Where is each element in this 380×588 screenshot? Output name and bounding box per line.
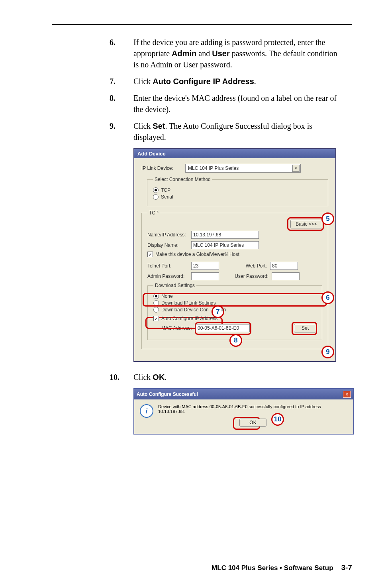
step-9: 9. Click Set. The Auto Configure Success… [52, 120, 352, 143]
step-7: 7. Click Auto Configure IP Address. [52, 76, 352, 87]
web-port-label: Web Port: [239, 263, 270, 269]
basic-button[interactable]: Basic <<< [290, 220, 322, 228]
download-settings-fieldset: Download Settings None Download IPLink S… [147, 283, 322, 340]
admin-pwd-input[interactable] [191, 272, 219, 280]
step-number: 9. [52, 120, 133, 143]
iplink-device-combo[interactable]: MLC 104 IP Plus Series [185, 164, 301, 173]
tcp-legend: TCP [147, 210, 160, 216]
radio-icon [153, 307, 159, 313]
success-title-bar: Auto Configure Successful × [134, 389, 353, 399]
ok-button[interactable]: OK [239, 419, 266, 427]
display-name-value: MLC 104 IP Plus Series [193, 242, 244, 248]
iplink-device-value: MLC 104 IP Plus Series [188, 165, 239, 171]
step-text: If the device you are adding is password… [133, 37, 352, 70]
step-10: 10. Click OK. [52, 372, 352, 383]
auto-configure-success-dialog: Auto Configure Successful × i Device wit… [133, 388, 354, 435]
page-number: 3-7 [341, 563, 352, 572]
page-footer: MLC 104 Plus Series • Software Setup 3-7 [212, 563, 352, 572]
mac-value: 00-05-A6-01-6B-E0 [198, 325, 239, 331]
globalviewer-label: Make this device a GlobalViewer® Host [155, 252, 239, 257]
radio-icon [153, 194, 159, 200]
step-text: Click OK. [133, 372, 352, 383]
callout-8: 8 [229, 334, 242, 347]
name-ip-value: 10.13.197.68 [193, 232, 221, 238]
dl-legend: Download Settings [153, 283, 196, 288]
telnet-input[interactable]: 23 [191, 262, 219, 270]
step-number: 8. [52, 92, 133, 115]
radio-devcon-label-b: on [221, 307, 226, 313]
step-number: 7. [52, 76, 133, 87]
callout-5: 5 [321, 212, 334, 225]
admin-pwd-label: Admin Password: [147, 273, 191, 279]
radio-devcon-label-a: Download Device Con [161, 307, 209, 313]
mac-input[interactable]: 00-05-A6-01-6B-E0 [196, 324, 250, 332]
auto-configure-label: Auto Configure IP Address [161, 316, 217, 321]
radio-icon [153, 187, 159, 193]
radio-tcp-label: TCP [161, 187, 170, 193]
callout-ring-6 [143, 293, 327, 307]
success-title-text: Auto Configure Successful [137, 391, 198, 397]
scm-legend: Select Connection Method [153, 177, 212, 182]
auto-configure-check[interactable]: Auto Configure IP Address [153, 316, 316, 321]
web-port-input[interactable]: 80 [270, 262, 298, 270]
header-rule [52, 24, 352, 25]
success-message: Device with MAC address 00-05-A6-01-6B-E… [158, 404, 348, 414]
footer-title: MLC 104 Plus Series • Software Setup [212, 564, 333, 572]
step-number: 6. [52, 37, 133, 70]
globalviewer-check[interactable]: Make this device a GlobalViewer® Host [147, 252, 322, 257]
telnet-label: Telnet Port: [147, 263, 191, 269]
close-icon[interactable]: × [343, 391, 351, 398]
step-6: 6. If the device you are adding is passw… [52, 37, 352, 70]
info-icon: i [140, 404, 153, 418]
user-pwd-label: User Password: [231, 273, 272, 279]
step-8: 8. Enter the device's MAC address (found… [52, 92, 352, 115]
dialog-title: Add Device [134, 149, 335, 158]
callout-6: 6 [321, 291, 334, 304]
radio-tcp[interactable]: TCP [153, 187, 322, 193]
display-name-label: Display Name: [147, 242, 191, 248]
select-connection-fieldset: Select Connection Method TCP Serial [147, 177, 328, 206]
step-text: Click Set. The Auto Configure Successful… [133, 120, 352, 143]
checkbox-icon [147, 252, 153, 257]
callout-10: 10 [271, 413, 284, 426]
step-number: 10. [52, 372, 133, 383]
step-text: Click Auto Configure IP Address. [133, 76, 352, 87]
chevron-down-icon[interactable] [292, 165, 300, 172]
add-device-dialog: Add Device IP Link Device: MLC 104 IP Pl… [133, 148, 336, 362]
step-text: Enter the device's MAC address (found on… [133, 92, 352, 115]
user-pwd-input[interactable] [272, 272, 300, 280]
radio-serial-label: Serial [161, 194, 173, 200]
callout-9: 9 [321, 346, 334, 358]
tcp-fieldset: TCP Basic <<< Name/IP Address: 10.13.197… [141, 210, 328, 349]
telnet-value: 23 [193, 263, 198, 269]
radio-serial[interactable]: Serial [153, 194, 322, 200]
radio-devcon[interactable]: Download Device Con on 7 [153, 307, 316, 313]
name-ip-label: Name/IP Address: [147, 232, 191, 238]
set-button[interactable]: Set [294, 324, 316, 332]
checkbox-icon [153, 316, 159, 321]
iplink-label: IP Link Device: [141, 165, 185, 171]
web-port-value: 80 [272, 263, 277, 269]
display-name-input[interactable]: MLC 104 IP Plus Series [191, 241, 259, 249]
name-ip-input[interactable]: 10.13.197.68 [191, 231, 259, 239]
